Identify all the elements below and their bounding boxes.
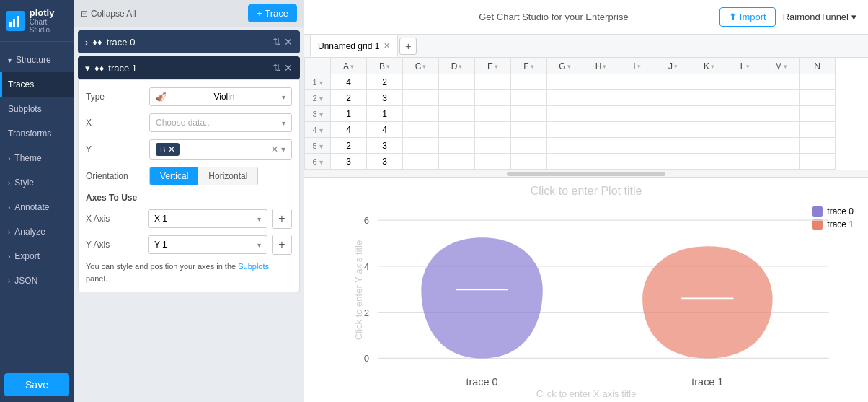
add-tab-button[interactable]: + [399, 38, 417, 55]
cell-K[interactable] [691, 122, 727, 138]
sidebar-item-export[interactable]: › Export [0, 244, 74, 268]
trace0-header[interactable]: › ♦♦ trace 0 ⇅ ✕ [78, 30, 300, 53]
cell-L[interactable] [727, 74, 763, 90]
cell-A[interactable]: 3 [331, 154, 367, 170]
cell-J[interactable] [655, 138, 691, 154]
cell-F[interactable] [511, 122, 547, 138]
user-menu[interactable]: RaimondTunnel ▾ [783, 12, 856, 22]
cell-F[interactable] [511, 138, 547, 154]
sidebar-item-traces[interactable]: Traces [0, 72, 74, 97]
cell-L[interactable] [727, 154, 763, 170]
cell-D[interactable] [439, 90, 475, 106]
cell-J[interactable] [655, 74, 691, 90]
plot-title[interactable]: Click to enter Plot title [304, 185, 868, 198]
cell-K[interactable] [691, 106, 727, 122]
cell-D[interactable] [439, 122, 475, 138]
trace1-header[interactable]: ▾ ♦♦ trace 1 ⇅ ✕ [78, 56, 300, 79]
cell-E[interactable] [475, 122, 511, 138]
sidebar-item-analyze[interactable]: › Analyze [0, 219, 74, 244]
add-trace-button[interactable]: + Trace [248, 4, 297, 22]
cell-H[interactable] [583, 90, 619, 106]
cell-C[interactable] [403, 90, 439, 106]
cell-K[interactable] [691, 90, 727, 106]
sidebar-item-transforms[interactable]: Transforms [0, 121, 74, 146]
cell-H[interactable] [583, 74, 619, 90]
grid-tab[interactable]: Unnamed grid 1 ✕ [310, 35, 398, 57]
cell-N[interactable] [800, 90, 836, 106]
cell-B[interactable]: 4 [367, 122, 403, 138]
chart-area[interactable]: Click to enter Plot title trace 0 trace … [304, 178, 868, 402]
y-axis-select[interactable]: Y 1 ▾ [148, 235, 267, 254]
cell-B[interactable]: 2 [367, 74, 403, 90]
horizontal-scrollbar[interactable] [304, 170, 868, 177]
cell-L[interactable] [727, 122, 763, 138]
cell-J[interactable] [655, 90, 691, 106]
x-data-chooser[interactable]: Choose data... ▾ [149, 113, 292, 132]
x-axis-select[interactable]: X 1 ▾ [148, 209, 267, 228]
cell-N[interactable] [800, 106, 836, 122]
cell-N[interactable] [800, 74, 836, 90]
cell-L[interactable] [727, 138, 763, 154]
cell-F[interactable] [511, 106, 547, 122]
cell-B[interactable]: 3 [367, 138, 403, 154]
vertical-button[interactable]: Vertical [150, 167, 198, 185]
cell-M[interactable] [763, 106, 800, 122]
cell-C[interactable] [403, 106, 439, 122]
cell-H[interactable] [583, 106, 619, 122]
cell-D[interactable] [439, 154, 475, 170]
cell-G[interactable] [547, 74, 583, 90]
cell-F[interactable] [511, 90, 547, 106]
cell-N[interactable] [800, 122, 836, 138]
collapse-all-button[interactable]: ⊟ Collapse All [81, 9, 136, 19]
sidebar-item-theme[interactable]: › Theme [0, 146, 74, 170]
cell-C[interactable] [403, 74, 439, 90]
cell-A[interactable]: 2 [331, 90, 367, 106]
cell-M[interactable] [763, 122, 800, 138]
cell-M[interactable] [763, 154, 800, 170]
cell-I[interactable] [619, 154, 655, 170]
cell-C[interactable] [403, 122, 439, 138]
cell-E[interactable] [475, 154, 511, 170]
cell-A[interactable]: 4 [331, 122, 367, 138]
cell-N[interactable] [800, 138, 836, 154]
type-dropdown[interactable]: 🎻 Violin ▾ [149, 87, 292, 106]
sidebar-item-json[interactable]: › JSON [0, 268, 74, 293]
cell-B[interactable]: 1 [367, 106, 403, 122]
tab-close-button[interactable]: ✕ [384, 41, 390, 51]
cell-F[interactable] [511, 74, 547, 90]
cell-J[interactable] [655, 122, 691, 138]
trace0-delete-button[interactable]: ✕ [284, 36, 293, 48]
cell-I[interactable] [619, 138, 655, 154]
cell-B[interactable]: 3 [367, 90, 403, 106]
cell-D[interactable] [439, 106, 475, 122]
cell-E[interactable] [475, 138, 511, 154]
cell-J[interactable] [655, 106, 691, 122]
cell-I[interactable] [619, 74, 655, 90]
cell-B[interactable]: 3 [367, 154, 403, 170]
cell-H[interactable] [583, 138, 619, 154]
y-tag-remove-button[interactable]: ✕ [168, 144, 175, 154]
cell-J[interactable] [655, 154, 691, 170]
save-button[interactable]: Save [4, 373, 69, 396]
cell-N[interactable] [800, 154, 836, 170]
cell-M[interactable] [763, 74, 800, 90]
cell-G[interactable] [547, 90, 583, 106]
cell-M[interactable] [763, 90, 800, 106]
cell-G[interactable] [547, 138, 583, 154]
sidebar-item-style[interactable]: › Style [0, 170, 74, 195]
import-button[interactable]: ⬆ Import [719, 7, 776, 27]
cell-M[interactable] [763, 138, 800, 154]
cell-G[interactable] [547, 122, 583, 138]
x-axis-add-button[interactable]: + [272, 209, 292, 229]
cell-A[interactable]: 4 [331, 74, 367, 90]
x-axis-title[interactable]: Click to enter X axis title [304, 388, 868, 399]
cell-K[interactable] [691, 74, 727, 90]
cell-H[interactable] [583, 122, 619, 138]
cell-I[interactable] [619, 106, 655, 122]
cell-L[interactable] [727, 90, 763, 106]
cell-K[interactable] [691, 138, 727, 154]
sidebar-item-structure[interactable]: ▾ Structure [0, 48, 74, 72]
trace0-move-up-button[interactable]: ⇅ [273, 36, 281, 48]
cell-L[interactable] [727, 106, 763, 122]
y-axis-add-button[interactable]: + [272, 235, 292, 255]
